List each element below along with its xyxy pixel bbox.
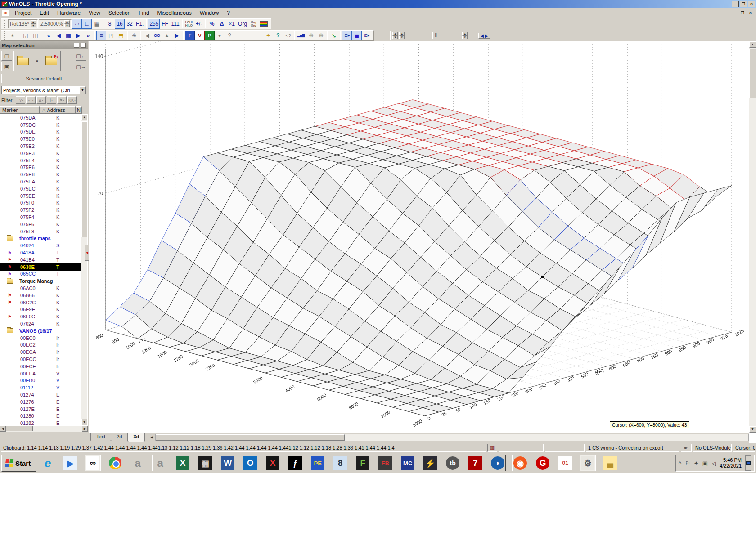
taskbar-icon-thunderbird[interactable]: ◗ (490, 455, 506, 471)
map-folder-row[interactable]: VANOS (16/17 (0, 327, 87, 334)
map-row[interactable]: ⚑06B66K (0, 292, 87, 299)
map-row[interactable]: 01280E (0, 412, 87, 419)
taskbar-icon-car-tuner[interactable]: ⚡ (422, 455, 438, 471)
plot-vscroll-thumb[interactable] (749, 49, 756, 98)
display-decimal-255-button[interactable]: 255 (148, 19, 160, 29)
show-factors-button[interactable]: F (185, 31, 195, 40)
menu-item-miscellaneous[interactable]: Miscellaneous (153, 9, 196, 17)
signed-values-button[interactable]: +/- (194, 19, 204, 29)
org-org-compare-button[interactable]: Org Org (248, 19, 258, 29)
plot-scroll-up-icon[interactable]: ▲ (749, 41, 756, 48)
panel-dock-button[interactable] (74, 43, 79, 48)
map-list-hscrollbar[interactable]: ◀ ▶ (0, 426, 88, 432)
menu-item-?[interactable]: ? (223, 9, 234, 17)
zoom-field[interactable]: Z:50000% ▲▼ (39, 19, 72, 28)
map-list-hscroll-thumb[interactable] (6, 426, 33, 431)
view-3d-surface-button[interactable]: ▱ (72, 19, 82, 29)
map-row[interactable]: 00ECAIr (0, 348, 87, 356)
tray-notifications-icon[interactable]: ✦ (694, 460, 699, 467)
history-forward-button[interactable]: ▶ (172, 31, 182, 40)
width-8bit-button[interactable]: 8 (105, 19, 115, 29)
map-row[interactable]: ⚑06C2CK (0, 299, 87, 306)
map-row[interactable]: 075F2K (0, 206, 87, 214)
scroll-left-icon[interactable]: ◀ (0, 426, 6, 432)
window-split-spinner-2[interactable]: ▲▼ (460, 31, 468, 40)
minimize-button[interactable]: _ (732, 1, 739, 7)
tray-network-icon[interactable]: ▣ (702, 460, 708, 467)
new-project-button[interactable]: ▢ (1, 51, 12, 61)
taskbar-icon-tool-7[interactable]: 7 (467, 455, 483, 471)
show-values-button[interactable]: V (195, 31, 205, 40)
taskbar-icon-wrench-tool[interactable]: ⚙ (580, 455, 596, 471)
original-values-button[interactable]: Org (237, 19, 248, 29)
map-row[interactable]: 00ECCIr (0, 356, 87, 363)
import-project-button[interactable] (42, 51, 61, 71)
menu-item-window[interactable]: Window (196, 9, 223, 17)
preview-window-button[interactable]: ◰ (106, 31, 116, 40)
upload-ecu-button[interactable]: ▲ (162, 31, 172, 40)
filter-flag-button[interactable]: ⚑▾ (57, 96, 67, 104)
taskbar-icon-zero-one-tool[interactable]: 01 (557, 455, 573, 471)
taskbar-icon-ecm-titanium-1[interactable]: a (130, 455, 146, 471)
map-row[interactable]: 01112V (0, 384, 87, 391)
color-scale-button[interactable] (258, 19, 269, 29)
tile-windows-button[interactable]: ◫ (31, 31, 40, 40)
taskbar-icon-excel[interactable]: X (175, 455, 191, 471)
map-overview-button[interactable]: ▦ (63, 31, 73, 40)
map-row[interactable]: 075ECK (0, 185, 87, 192)
column-header-marker[interactable]: Marker (0, 106, 40, 114)
pause-control[interactable]: ‖ (432, 32, 439, 39)
history-back-button[interactable]: ◀ (142, 31, 152, 40)
scroll-down-icon[interactable]: ▼ (81, 419, 87, 425)
difference-mode-button[interactable]: Δ (217, 19, 227, 29)
menu-item-hardware[interactable]: Hardware (53, 9, 85, 17)
map-row[interactable]: 075F4K (0, 214, 87, 221)
3d-map-canvas[interactable] (89, 41, 747, 433)
tray-tray-expand-icon[interactable]: ^ (679, 460, 681, 467)
show-desktop-button[interactable] (745, 455, 752, 471)
tab-scroll-left-icon[interactable]: ◀ (148, 434, 155, 441)
show-percent-button[interactable]: P (205, 31, 215, 40)
window-split-spinner-1[interactable]: ▲▼▲▼ (390, 31, 405, 40)
map-row[interactable]: 06E9EK (0, 306, 87, 313)
filter-values-button[interactable]: ⋯▾ (26, 96, 36, 104)
context-help-button[interactable]: ↖? (283, 31, 293, 40)
taskbar-icon-ccleaner[interactable]: ◉ (512, 455, 528, 471)
map-list-vscrollbar[interactable]: ▲ ▼ (81, 114, 87, 425)
page-arrows[interactable]: ◀ ▶ (478, 33, 490, 39)
taskbar-icon-xee[interactable]: X (265, 455, 281, 471)
menu-item-project[interactable]: Project (11, 9, 36, 17)
map-folder-row[interactable]: throttle maps (0, 235, 87, 242)
plot-vscrollbar[interactable]: ▲ ▼ (749, 41, 756, 433)
map-row[interactable]: 075E4K (0, 157, 87, 164)
taskbar-icon-mc-tool[interactable]: MC (400, 455, 416, 471)
map-row[interactable]: 075E2K (0, 143, 87, 150)
map-row[interactable]: 075DEK (0, 129, 87, 136)
plot-hscrollbar[interactable] (155, 434, 749, 441)
scroll-up-icon[interactable]: ▲ (81, 114, 87, 120)
map-row[interactable]: 075EAK (0, 178, 87, 185)
lohi-hilo-order-button[interactable]: LOHI HILO (184, 19, 194, 29)
next-map-button[interactable]: ▶ (73, 31, 83, 40)
taskbar-icon-eprom-chip[interactable]: ▦ (197, 455, 213, 471)
map-row[interactable]: 01274E (0, 391, 87, 398)
map-row[interactable]: 00ECEIr (0, 363, 87, 370)
tab-2d[interactable]: 2d (111, 433, 128, 441)
map-row[interactable]: ⚑065CCT (0, 271, 87, 278)
width-16bit-button[interactable]: 16 (115, 19, 125, 29)
map-row[interactable]: 075F0K (0, 200, 87, 207)
open-project-button[interactable] (14, 51, 32, 71)
taskbar-icon-winols-task[interactable]: ∞ (85, 455, 101, 471)
close-button[interactable]: ✕ (748, 1, 755, 7)
display-binary-111-button[interactable]: 111 (170, 19, 180, 29)
open-project-dropdown[interactable]: ▼ (34, 51, 40, 71)
row-append-mode-button[interactable]: ⊞▾ (362, 31, 372, 40)
percent-mode-button[interactable]: % (207, 19, 217, 29)
scope-dropdown[interactable]: Projects, Versions & Maps: (Ctrl ▼ (1, 86, 86, 94)
map-row[interactable]: 075F8K (0, 228, 87, 235)
rotation-field[interactable]: Rot:135° ▲▼ (8, 19, 38, 28)
taskbar-icon-media-player[interactable]: ▶ (62, 455, 78, 471)
map-row[interactable]: 075E8K (0, 171, 87, 178)
map-row[interactable]: 075E3K (0, 150, 87, 157)
factor-x1-button[interactable]: ×1 (227, 19, 237, 29)
